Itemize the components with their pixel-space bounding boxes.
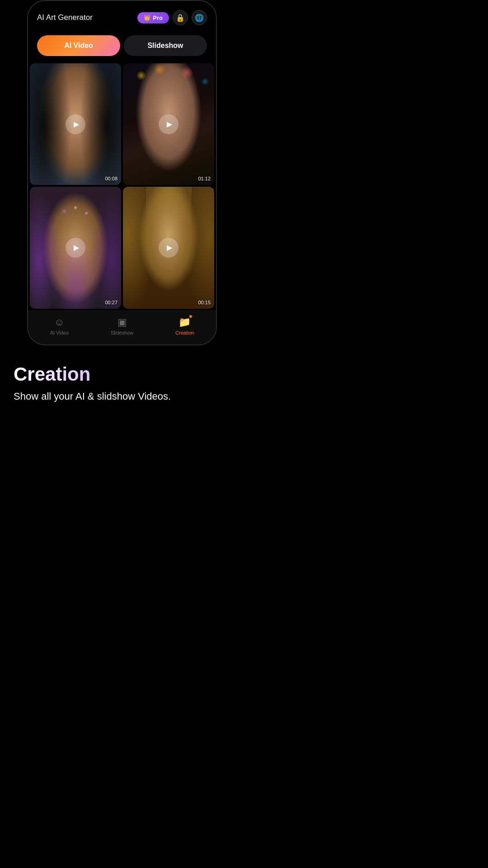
app-header: AI Art Generator 👑 Pro 🔒 🌐 bbox=[28, 1, 216, 30]
header-icons: 👑 Pro 🔒 🌐 bbox=[137, 10, 207, 25]
pro-label: Pro bbox=[153, 14, 163, 21]
creation-subtitle: Show all your AI & slidshow Videos. bbox=[14, 391, 230, 402]
play-icon-1: ▶ bbox=[74, 120, 79, 128]
globe-button[interactable]: 🌐 bbox=[192, 10, 207, 25]
play-button-3[interactable]: ▶ bbox=[66, 238, 85, 258]
play-button-4[interactable]: ▶ bbox=[159, 238, 178, 258]
video-thumb-4[interactable]: ▶ 00:15 bbox=[123, 187, 214, 308]
play-button-1[interactable]: ▶ bbox=[66, 114, 85, 134]
tab-bar: AI Video Slideshow bbox=[28, 30, 216, 63]
video-grid: ▶ 00:08 ▶ 01:12 ▶ 00:27 bbox=[28, 63, 216, 311]
tab-slideshow[interactable]: Slideshow bbox=[124, 35, 207, 56]
sparkle-dot bbox=[189, 315, 192, 318]
nav-item-creation[interactable]: 📁 Creation bbox=[153, 316, 216, 335]
creation-title: Creation bbox=[14, 363, 230, 385]
nav-item-ai-video[interactable]: ☺ AI Video bbox=[28, 316, 91, 335]
tab-ai-video[interactable]: AI Video bbox=[37, 35, 120, 56]
nav-label-ai-video: AI Video bbox=[50, 330, 69, 335]
video-thumb-3[interactable]: ▶ 00:27 bbox=[30, 187, 121, 308]
lock-button[interactable]: 🔒 bbox=[173, 10, 188, 25]
play-icon-4: ▶ bbox=[167, 243, 172, 252]
nav-label-slideshow: Slideshow bbox=[111, 330, 133, 335]
duration-1: 00:08 bbox=[105, 176, 117, 181]
globe-icon: 🌐 bbox=[195, 14, 204, 22]
duration-4: 00:15 bbox=[198, 300, 211, 305]
creation-nav-icon: 📁 bbox=[178, 316, 191, 328]
nav-item-slideshow[interactable]: ▣ Slideshow bbox=[91, 316, 154, 335]
play-icon-2: ▶ bbox=[167, 120, 172, 128]
bottom-section: Creation Show all your AI & slidshow Vid… bbox=[0, 345, 244, 416]
ai-video-nav-icon: ☺ bbox=[54, 316, 64, 328]
bottom-nav: ☺ AI Video ▣ Slideshow 📁 Creation bbox=[28, 311, 216, 344]
nav-label-creation: Creation bbox=[175, 330, 194, 335]
pro-badge[interactable]: 👑 Pro bbox=[137, 12, 169, 24]
duration-3: 00:27 bbox=[105, 300, 117, 305]
video-thumb-2[interactable]: ▶ 01:12 bbox=[123, 63, 214, 185]
slideshow-nav-icon: ▣ bbox=[117, 316, 127, 328]
lock-icon: 🔒 bbox=[176, 14, 185, 22]
app-title: AI Art Generator bbox=[37, 13, 93, 22]
crown-icon: 👑 bbox=[144, 14, 150, 21]
phone-shell: AI Art Generator 👑 Pro 🔒 🌐 AI Video Slid… bbox=[27, 0, 217, 345]
video-thumb-1[interactable]: ▶ 00:08 bbox=[30, 63, 121, 185]
play-icon-3: ▶ bbox=[74, 243, 79, 252]
duration-2: 01:12 bbox=[198, 176, 211, 181]
play-button-2[interactable]: ▶ bbox=[159, 114, 178, 134]
